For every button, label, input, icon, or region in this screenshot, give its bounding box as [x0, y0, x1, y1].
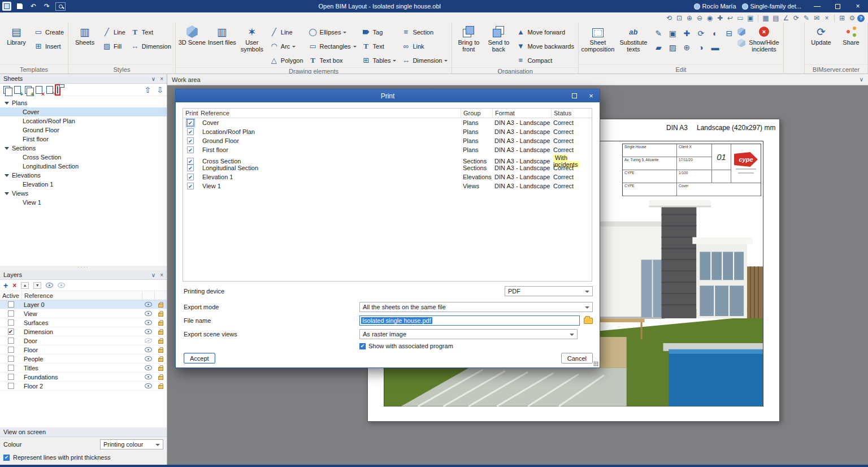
annotate-icon[interactable]: ✎: [801, 14, 811, 23]
move-icon[interactable]: ✚: [680, 26, 694, 40]
close-panel-icon[interactable]: ×: [160, 272, 163, 278]
paint-icon[interactable]: ▬: [708, 40, 722, 54]
layer-lock-icon[interactable]: [158, 358, 163, 362]
tree-item-elevations[interactable]: Elevations: [0, 171, 167, 180]
layer-lock-icon[interactable]: [158, 367, 163, 371]
tree-item-view-1[interactable]: View 1: [0, 198, 167, 207]
text-style-button[interactable]: TText: [128, 25, 173, 39]
print-row-checkbox[interactable]: [187, 137, 194, 144]
user-account-button[interactable]: Rocío María: [694, 3, 736, 10]
close-button[interactable]: ×: [848, 0, 868, 12]
layer-active-checkbox[interactable]: [8, 319, 14, 326]
move-sheet-down-button[interactable]: ⇩: [157, 85, 163, 94]
layer-lock-icon[interactable]: [158, 376, 163, 380]
sheet-composition-button[interactable]: Sheet composition: [580, 24, 615, 53]
add-layer-button[interactable]: +: [3, 281, 8, 290]
print-row-checkbox[interactable]: [187, 128, 194, 135]
zoom-all-icon[interactable]: ◉: [705, 14, 715, 23]
move-layer-down-button[interactable]: ▼: [33, 282, 41, 289]
show-all-layers-button[interactable]: [46, 283, 53, 288]
undo-button[interactable]: ↶: [28, 2, 38, 11]
tree-item-cover[interactable]: Cover: [0, 107, 167, 116]
zoom-window-icon[interactable]: ⊡: [674, 14, 684, 23]
layer-active-checkbox[interactable]: [8, 365, 14, 371]
print-row-checkbox[interactable]: [187, 119, 194, 126]
print-table-row[interactable]: Cover Plans DIN A3 - Landscape Correct: [183, 118, 592, 127]
ellipses-button[interactable]: ◯Ellipses: [306, 25, 359, 39]
polygon-button[interactable]: △Polygon: [267, 53, 306, 67]
text-button[interactable]: TText: [359, 39, 399, 53]
zoom-out-icon[interactable]: ⊖: [695, 14, 705, 23]
copy-icon[interactable]: ▣: [666, 26, 680, 40]
help-icon[interactable]: ?: [857, 15, 865, 22]
section-button[interactable]: ≡Section: [399, 25, 450, 39]
print-row-checkbox[interactable]: [187, 158, 194, 165]
insert-button[interactable]: ⊞Insert: [32, 39, 66, 53]
pan-icon[interactable]: ✚: [715, 14, 725, 23]
orbit-icon[interactable]: ⟳: [791, 14, 801, 23]
tree-item-ground-floor[interactable]: Ground Floor: [0, 126, 167, 135]
monitor-icon[interactable]: ▣: [745, 14, 756, 23]
layer-row[interactable]: View: [0, 309, 167, 318]
browse-folder-button[interactable]: [584, 318, 593, 324]
snap-icon[interactable]: ⊕: [680, 40, 694, 54]
layer-lock-icon[interactable]: [158, 385, 163, 389]
layer-row[interactable]: People: [0, 354, 167, 364]
print-table-row[interactable]: Location/Roof Plan Plans DIN A3 - Landsc…: [183, 127, 592, 136]
tag-button[interactable]: Tag: [359, 25, 399, 39]
layer-visibility-icon[interactable]: [145, 383, 152, 388]
settings-gear-icon[interactable]: ⚙: [848, 14, 857, 22]
project-button[interactable]: Single-family det...: [742, 3, 801, 10]
accept-button[interactable]: Accept: [184, 353, 215, 364]
layer-visibility-icon[interactable]: [145, 329, 152, 334]
share-button[interactable]: Share: [836, 24, 866, 46]
comment-icon[interactable]: ✉: [811, 14, 822, 23]
layer-visibility-icon[interactable]: [145, 365, 152, 370]
print-table-row[interactable]: Ground Floor Plans DIN A3 - Landscape Co…: [183, 136, 592, 145]
printing-device-select[interactable]: PDF: [505, 286, 593, 296]
rectangles-button[interactable]: ▭Rectangles: [306, 39, 359, 53]
layer-visibility-icon[interactable]: [145, 311, 152, 316]
layer-lock-icon[interactable]: [158, 313, 163, 317]
print-table-row[interactable]: View 1 Views DIN A3 - Landscape Correct: [183, 181, 592, 191]
print-table-row[interactable]: Cross Section Sections DIN A3 - Landscap…: [183, 154, 592, 163]
close-tool-icon[interactable]: ×: [822, 14, 832, 23]
print-small-icon[interactable]: ⊟: [722, 26, 736, 40]
edit-template-button[interactable]: [46, 86, 53, 94]
layer-lock-icon[interactable]: [158, 322, 163, 326]
associated-program-checkbox[interactable]: [359, 343, 366, 349]
print-row-checkbox[interactable]: [187, 165, 194, 171]
text-box-button[interactable]: TText box: [306, 53, 359, 67]
minimize-button[interactable]: —: [807, 0, 827, 12]
user-symbols-button[interactable]: ✶User symbols: [237, 24, 267, 53]
layer-row[interactable]: Titles: [0, 364, 167, 373]
layer-active-checkbox[interactable]: [8, 374, 14, 380]
mirror-copy-icon[interactable]: ◑: [694, 40, 708, 54]
tree-item-sections[interactable]: Sections: [0, 144, 167, 153]
invert-visibility-button[interactable]: [58, 283, 65, 288]
work-area-collapse-icon[interactable]: ∨: [860, 76, 863, 83]
redo-button[interactable]: ↷: [42, 2, 52, 11]
layer-row[interactable]: Floor 2: [0, 382, 167, 391]
tree-item-elevation-1[interactable]: Elevation 1: [0, 180, 167, 189]
pencil-icon[interactable]: ✎: [652, 26, 666, 40]
zoom-in-icon[interactable]: ⊕: [684, 14, 695, 23]
layer-row[interactable]: Surfaces: [0, 318, 167, 327]
export-mode-select[interactable]: All the sheets on the same file: [359, 302, 593, 312]
layer-active-checkbox[interactable]: [8, 347, 14, 353]
layer-lock-icon[interactable]: [158, 331, 163, 335]
tree-item-views[interactable]: Views: [0, 189, 167, 198]
layer-active-checkbox[interactable]: [8, 356, 14, 362]
line-button[interactable]: ╱Line: [267, 25, 306, 39]
panel-splitter[interactable]: ····: [0, 266, 167, 270]
previous-view-icon[interactable]: ↩: [725, 14, 735, 23]
move-backwards-button[interactable]: ▼Move backwards: [514, 39, 576, 53]
layer-active-checkbox[interactable]: [8, 383, 14, 389]
layer-visibility-icon[interactable]: [145, 356, 152, 361]
layer-visibility-icon[interactable]: [145, 347, 152, 352]
layer-lock-icon[interactable]: [158, 340, 163, 344]
dimension-button[interactable]: ↔Dimension: [399, 53, 450, 67]
layer-active-checkbox[interactable]: [8, 328, 14, 335]
tree-item-longitudinal-section[interactable]: Longitudinal Section: [0, 162, 167, 171]
layer-row[interactable]: Floor: [0, 345, 167, 354]
